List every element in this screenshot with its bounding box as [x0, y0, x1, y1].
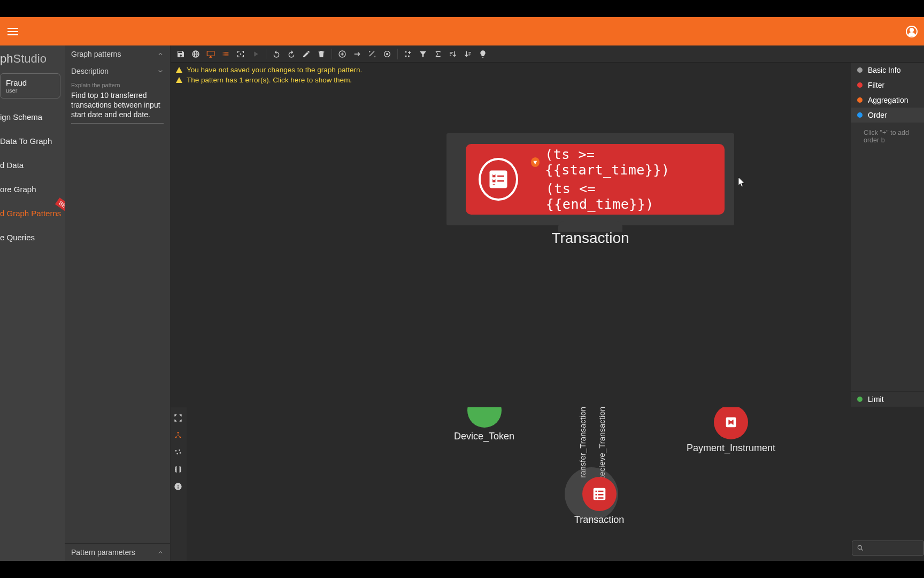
svg-rect-20 — [595, 497, 597, 499]
brand-prefix: ph — [0, 52, 13, 65]
property-tab-filter[interactable]: Filter — [851, 78, 924, 93]
property-tab-label: Filter — [868, 81, 884, 89]
graph-subtitle: user — [6, 87, 55, 94]
target-icon[interactable] — [380, 47, 394, 61]
nav-item-0[interactable]: ign Schema — [0, 105, 65, 129]
globe-icon[interactable] — [189, 47, 203, 61]
filter-expression-2: (ts <= {{end_time}}) — [546, 181, 712, 212]
delete-icon[interactable] — [314, 47, 328, 61]
scatter-icon[interactable] — [174, 448, 183, 458]
user-avatar-icon[interactable] — [906, 26, 918, 37]
focus-icon[interactable] — [234, 47, 248, 61]
svg-point-9 — [179, 450, 180, 451]
node-label: Transaction — [574, 514, 624, 526]
limit-icon[interactable] — [461, 47, 475, 61]
svg-point-11 — [180, 452, 181, 454]
warning-icon — [176, 77, 182, 83]
graph-selector[interactable]: Fraud user — [0, 73, 60, 98]
filter-icon[interactable] — [416, 47, 430, 61]
order-hint-text: Click "+" to add order b — [851, 123, 924, 144]
add-node-icon[interactable] — [335, 47, 349, 61]
transaction-node-icon — [479, 158, 518, 201]
warning-icon — [176, 67, 182, 73]
pattern-parameters-section[interactable]: Pattern parameters — [65, 543, 170, 561]
limit-dot-icon — [857, 397, 863, 402]
nav-item-2[interactable]: d Data — [0, 153, 65, 177]
limit-section[interactable]: Limit — [851, 391, 924, 407]
link-icon[interactable] — [365, 47, 379, 61]
chevron-down-icon — [157, 68, 164, 74]
chevron-up-icon — [157, 51, 164, 57]
graph-node-device[interactable]: Device_Token — [454, 407, 514, 442]
add-edge-icon[interactable] — [350, 47, 364, 61]
svg-point-10 — [176, 453, 178, 454]
lightbulb-icon[interactable] — [476, 47, 490, 61]
property-tab-label: Order — [868, 111, 887, 119]
svg-rect-18 — [595, 494, 597, 496]
graph-name: Fraud — [6, 78, 55, 87]
desktop-icon[interactable] — [204, 47, 218, 61]
list-icon[interactable] — [219, 47, 233, 61]
svg-point-0 — [240, 53, 242, 55]
description-section[interactable]: Description — [65, 63, 170, 80]
layout-icon[interactable] — [174, 431, 183, 440]
graph-search-input[interactable] — [852, 541, 924, 556]
description-text[interactable]: Find top 10 transferred transactions bet… — [71, 90, 164, 124]
nav-item-3[interactable]: ore Graph — [0, 177, 65, 201]
dot-icon — [857, 82, 863, 88]
graph-tool-strip — [171, 407, 187, 561]
sort-icon[interactable] — [446, 47, 460, 61]
graph-explorer: Recieve_Transactionransfer_TransactionDe… — [171, 407, 924, 561]
fullscreen-icon[interactable] — [174, 414, 183, 423]
graph-patterns-label: Graph patterns — [71, 50, 121, 58]
chevron-up-icon — [157, 549, 164, 556]
node-label: Device_Token — [454, 431, 514, 442]
pattern-canvas[interactable]: You have not saved your changes to the g… — [171, 63, 851, 407]
property-tab-order[interactable]: Order — [851, 108, 924, 123]
play-icon[interactable] — [249, 47, 263, 61]
svg-point-13 — [858, 545, 861, 549]
svg-rect-19 — [598, 494, 603, 496]
save-icon[interactable] — [174, 47, 188, 61]
widget-icon[interactable] — [401, 47, 415, 61]
nav-item-5[interactable]: e Queries — [0, 225, 65, 249]
node-icon — [467, 407, 502, 428]
svg-point-5 — [178, 432, 179, 434]
warning-text: The pattern has 1 error(s). Click here t… — [187, 76, 352, 84]
node-label: Payment_Instrument — [687, 443, 775, 454]
filter-expression-1: (ts >= {{start_time}}) — [545, 147, 712, 178]
description-label: Description — [71, 67, 109, 75]
node-icon — [582, 477, 617, 511]
graph-patterns-section[interactable]: Graph patterns — [65, 45, 170, 63]
nav-item-4[interactable]: d Graph PatternsBETA — [0, 201, 65, 225]
nav-item-1[interactable]: Data To Graph — [0, 129, 65, 153]
graph-node-transaction[interactable]: Transaction — [574, 477, 624, 526]
svg-rect-17 — [598, 491, 603, 492]
main-area: You have not saved your changes to the g… — [171, 45, 924, 561]
search-icon — [857, 544, 864, 552]
braces-icon[interactable] — [174, 465, 183, 475]
info-icon[interactable] — [174, 482, 183, 492]
menu-hamburger[interactable] — [6, 25, 19, 38]
mouse-cursor — [738, 177, 745, 187]
graph-viewport[interactable]: Recieve_Transactionransfer_TransactionDe… — [187, 407, 924, 561]
warning-errors[interactable]: The pattern has 1 error(s). Click here t… — [176, 75, 362, 85]
pattern-parameters-label: Pattern parameters — [71, 548, 135, 557]
dot-icon — [857, 97, 863, 103]
sigma-icon[interactable] — [431, 47, 445, 61]
selected-node-card[interactable]: ▼ (ts >= {{start_time}}) (ts <= {{end_ti… — [446, 133, 734, 225]
pattern-side-panel: Graph patterns Description Explain the p… — [65, 45, 171, 561]
brand-suffix: Studio — [13, 52, 46, 65]
property-tab-label: Aggregation — [868, 96, 908, 104]
warning-unsaved[interactable]: You have not saved your changes to the g… — [176, 65, 362, 75]
node-card-label: Transaction — [446, 230, 734, 247]
undo-icon[interactable] — [270, 47, 283, 61]
property-tab-basic-info[interactable]: Basic Info — [851, 63, 924, 78]
graph-node-payment[interactable]: Payment_Instrument — [687, 407, 775, 454]
dot-icon — [857, 67, 863, 73]
property-tab-label: Basic Info — [868, 66, 900, 74]
dot-icon — [857, 112, 863, 118]
edit-icon[interactable] — [299, 47, 313, 61]
property-tab-aggregation[interactable]: Aggregation — [851, 93, 924, 108]
redo-icon[interactable] — [284, 47, 298, 61]
